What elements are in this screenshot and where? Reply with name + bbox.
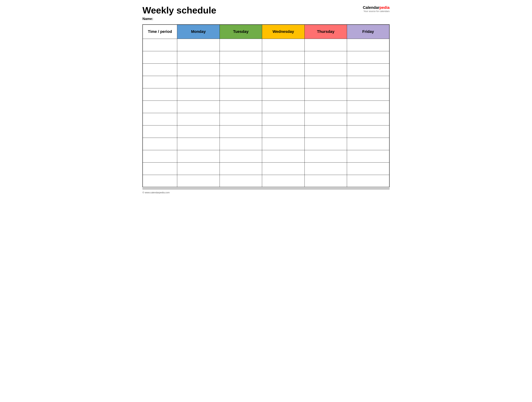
table-row	[143, 175, 389, 187]
col-header-wednesday: Wednesday	[262, 25, 304, 39]
page-container: Weekly schedule Name: Calendarpedia Your…	[142, 5, 390, 194]
table-cell[interactable]	[262, 88, 304, 101]
header-row: Time / period Monday Tuesday Wednesday T…	[143, 25, 389, 39]
table-cell[interactable]	[177, 88, 220, 101]
table-cell[interactable]	[347, 51, 389, 64]
schedule-body	[143, 39, 389, 187]
table-cell[interactable]	[347, 162, 389, 175]
table-cell[interactable]	[220, 113, 262, 125]
table-cell[interactable]	[143, 138, 177, 150]
table-cell[interactable]	[304, 101, 347, 113]
table-row	[143, 162, 389, 175]
table-cell[interactable]	[143, 175, 177, 187]
table-cell[interactable]	[304, 125, 347, 138]
table-cell[interactable]	[220, 125, 262, 138]
page-title: Weekly schedule	[142, 5, 216, 15]
table-cell[interactable]	[304, 162, 347, 175]
table-cell[interactable]	[347, 39, 389, 51]
table-cell[interactable]	[177, 113, 220, 125]
table-cell[interactable]	[262, 125, 304, 138]
table-cell[interactable]	[304, 76, 347, 88]
table-cell[interactable]	[143, 101, 177, 113]
table-cell[interactable]	[347, 64, 389, 76]
table-cell[interactable]	[304, 138, 347, 150]
table-cell[interactable]	[143, 113, 177, 125]
table-cell[interactable]	[220, 51, 262, 64]
schedule-table: Time / period Monday Tuesday Wednesday T…	[142, 24, 390, 187]
table-cell[interactable]	[143, 51, 177, 64]
table-cell[interactable]	[143, 88, 177, 101]
footer-divider	[142, 189, 390, 189]
table-cell[interactable]	[177, 150, 220, 162]
table-cell[interactable]	[177, 175, 220, 187]
table-cell[interactable]	[304, 88, 347, 101]
table-cell[interactable]	[143, 39, 177, 51]
table-cell[interactable]	[262, 64, 304, 76]
table-cell[interactable]	[262, 39, 304, 51]
table-cell[interactable]	[177, 101, 220, 113]
table-cell[interactable]	[304, 113, 347, 125]
table-row	[143, 76, 389, 88]
table-row	[143, 138, 389, 150]
table-cell[interactable]	[304, 175, 347, 187]
logo-text: Calendarpedia	[363, 5, 390, 10]
logo-area: Calendarpedia Your source for calendars	[363, 5, 390, 13]
header-area: Weekly schedule Name: Calendarpedia Your…	[142, 5, 390, 21]
table-cell[interactable]	[347, 76, 389, 88]
col-header-time: Time / period	[143, 25, 177, 39]
table-cell[interactable]	[262, 113, 304, 125]
footer-copyright: © www.calendarpedia.com	[142, 191, 390, 194]
table-row	[143, 113, 389, 125]
table-row	[143, 51, 389, 64]
logo-pedia-part: pedia	[380, 5, 390, 10]
table-cell[interactable]	[177, 51, 220, 64]
table-cell[interactable]	[143, 125, 177, 138]
table-cell[interactable]	[177, 39, 220, 51]
table-row	[143, 125, 389, 138]
table-cell[interactable]	[262, 51, 304, 64]
table-cell[interactable]	[143, 76, 177, 88]
table-row	[143, 150, 389, 162]
table-cell[interactable]	[177, 162, 220, 175]
table-cell[interactable]	[220, 138, 262, 150]
table-cell[interactable]	[220, 39, 262, 51]
table-row	[143, 88, 389, 101]
table-cell[interactable]	[177, 64, 220, 76]
col-header-friday: Friday	[347, 25, 389, 39]
table-cell[interactable]	[220, 64, 262, 76]
table-cell[interactable]	[262, 101, 304, 113]
table-cell[interactable]	[347, 113, 389, 125]
table-cell[interactable]	[304, 39, 347, 51]
table-cell[interactable]	[347, 101, 389, 113]
table-cell[interactable]	[220, 175, 262, 187]
table-cell[interactable]	[143, 64, 177, 76]
table-cell[interactable]	[220, 101, 262, 113]
table-cell[interactable]	[262, 150, 304, 162]
table-cell[interactable]	[347, 125, 389, 138]
table-cell[interactable]	[262, 162, 304, 175]
table-cell[interactable]	[220, 162, 262, 175]
table-cell[interactable]	[220, 150, 262, 162]
table-cell[interactable]	[262, 76, 304, 88]
table-cell[interactable]	[304, 51, 347, 64]
table-cell[interactable]	[177, 138, 220, 150]
table-cell[interactable]	[347, 150, 389, 162]
table-cell[interactable]	[177, 76, 220, 88]
table-cell[interactable]	[304, 150, 347, 162]
table-cell[interactable]	[143, 162, 177, 175]
table-cell[interactable]	[220, 88, 262, 101]
table-cell[interactable]	[347, 138, 389, 150]
name-label: Name:	[142, 17, 216, 21]
logo-tagline: Your source for calendars	[363, 10, 390, 13]
table-cell[interactable]	[347, 88, 389, 101]
table-cell[interactable]	[177, 125, 220, 138]
title-area: Weekly schedule Name:	[142, 5, 216, 21]
table-cell[interactable]	[347, 175, 389, 187]
table-cell[interactable]	[304, 64, 347, 76]
table-cell[interactable]	[220, 76, 262, 88]
table-cell[interactable]	[143, 150, 177, 162]
table-cell[interactable]	[262, 175, 304, 187]
table-cell[interactable]	[262, 138, 304, 150]
table-row	[143, 64, 389, 76]
logo-calendar-part: Calendar	[363, 5, 379, 10]
